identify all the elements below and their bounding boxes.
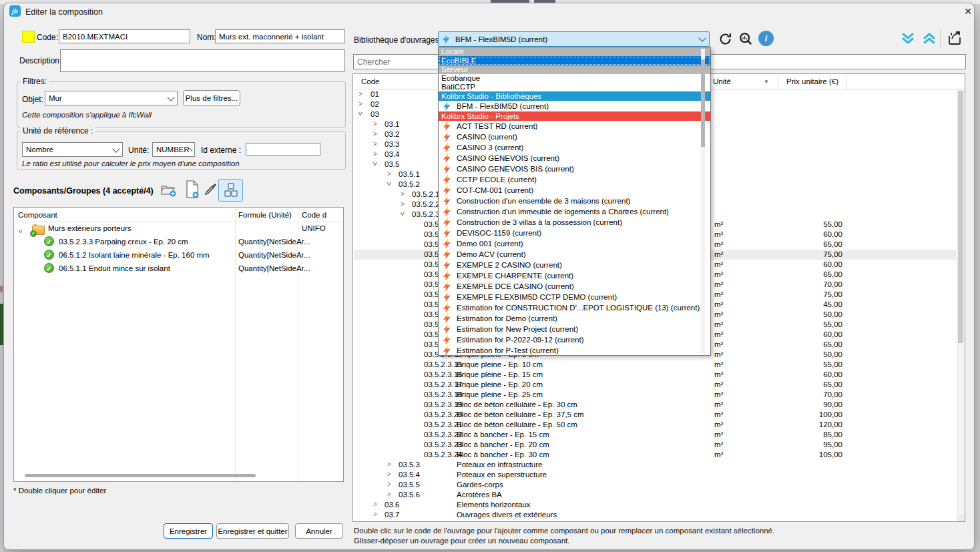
dropdown-item[interactable]: CASINO 3 (current) <box>439 142 710 153</box>
save-button[interactable]: Enregistrer <box>164 523 213 539</box>
chevron-right-icon[interactable]: > <box>373 120 377 127</box>
dropdown-item[interactable]: DEVISOC-1159 (current) <box>439 228 710 238</box>
tree-code[interactable]: 03.5.4 <box>399 471 420 479</box>
cancel-button[interactable]: Annuler <box>295 523 343 539</box>
tree-code[interactable]: 03.2 <box>385 130 399 138</box>
chevron-down-icon[interactable]: > <box>356 112 364 116</box>
chevron-right-icon[interactable]: > <box>401 200 405 208</box>
open-folder-add-button[interactable] <box>159 180 178 199</box>
exit-panel-button[interactable] <box>946 30 963 50</box>
tree-code[interactable]: 03.5.3 <box>399 461 420 469</box>
tree-row[interactable]: 03.5.2.3.17 Brique pleine - Ep. 20 cm m²… <box>354 380 956 390</box>
col-formule[interactable]: Formule (Unité) <box>238 211 292 219</box>
dropdown-item[interactable]: Demo 001 (current) <box>439 238 710 249</box>
tree-code[interactable]: 03.7 <box>385 511 399 519</box>
dropdown-item[interactable]: ACT TEST RD (current) <box>439 121 710 131</box>
chevron-right-icon[interactable]: > <box>387 461 391 468</box>
horizontal-scrollbar[interactable] <box>25 474 256 477</box>
collapse-all-button[interactable] <box>922 31 937 49</box>
tree-row[interactable]: 03.5.2.3.22 Bloc à bancher - Ep. 15 cm m… <box>354 430 956 440</box>
tree-code[interactable]: 03.5.1 <box>399 170 420 178</box>
tree-row[interactable]: 03.5.2.3.23 Bloc à bancher - Ep. 20 cm m… <box>354 440 956 450</box>
dropdown-item[interactable]: CASINO GENEVOIS (current) <box>439 153 710 164</box>
tree-code[interactable]: 03.4 <box>385 150 399 158</box>
dropdown-item[interactable]: Estimation for P-Test (current) <box>439 345 710 356</box>
chevron-right-icon[interactable]: > <box>358 90 362 97</box>
tree-code[interactable]: 03.1 <box>385 120 399 128</box>
tree-code[interactable]: 03 <box>371 110 379 118</box>
dropdown-item[interactable]: EcoBIBLE <box>439 56 710 65</box>
tree-row[interactable]: 03.5.2.3.18 Brique pleine - Ep. 25 cm m²… <box>354 390 956 400</box>
tree-row[interactable]: > 03.5.5 Gardes-corps <box>354 480 956 490</box>
refresh-button[interactable] <box>717 31 734 47</box>
dropdown-item[interactable]: CASINO GENEVOIS BIS (current) <box>439 164 710 174</box>
composant-row[interactable]: ✓ 06.5.1.2 Isolant laine minérale - Ep. … <box>13 248 344 262</box>
tree-code[interactable]: 03.3 <box>385 140 399 148</box>
chevron-right-icon[interactable]: > <box>373 521 377 522</box>
tree-code[interactable]: 03.8 <box>385 521 399 522</box>
dropdown-item[interactable]: Kolibrx Studio - Bibliothèques <box>439 91 710 101</box>
tree-row[interactable]: 03.5.2.3.15 Brique pleine - Ep. 10 cm m²… <box>354 360 956 370</box>
cubes-view-button[interactable] <box>218 179 243 202</box>
chevron-right-icon[interactable]: > <box>387 481 391 488</box>
tree-code[interactable]: 02 <box>371 100 379 108</box>
tree-row[interactable]: > 03.7 Ouvrages divers et extérieurs <box>354 510 956 520</box>
color-swatch[interactable] <box>22 31 35 43</box>
new-document-add-button[interactable] <box>184 180 201 200</box>
composant-row[interactable]: ✓ 06.5.1.1 Enduit mince sur isolant Quan… <box>13 262 344 275</box>
tree-row[interactable]: 03.5.2.3.20 Bloc de béton cellulaire - E… <box>354 410 956 420</box>
dropdown-item[interactable]: EXEMPLE DCE CASINO (current) <box>439 281 710 292</box>
dropdown-item[interactable]: EXEMPLE CHARPENTE (current) <box>439 270 710 281</box>
col-composant[interactable]: Composant <box>18 211 57 219</box>
eyedropper-button[interactable] <box>203 182 218 199</box>
tree-row[interactable]: 03.5.2.3.16 Brique pleine - Ep. 15 cm m²… <box>354 370 956 380</box>
code-input[interactable] <box>59 29 190 43</box>
tree-code[interactable]: 03.5.2.2 <box>412 200 440 208</box>
tree-row[interactable]: 03.5.2.3.19 Bloc de béton cellulaire - E… <box>354 400 956 410</box>
dropdown-item[interactable]: Estimation for Demo (current) <box>439 313 710 324</box>
dropdown-item[interactable]: BatiCCTP <box>439 83 710 91</box>
dropdown-item[interactable]: Construction d'un ensemble de 3 maisons … <box>439 196 710 206</box>
tree-row[interactable]: > 03.5.6 Acrotères BA <box>354 490 956 500</box>
chevron-right-icon[interactable]: > <box>373 511 377 518</box>
chevron-right-icon[interactable]: > <box>373 130 377 137</box>
vertical-scrollbar-thumb[interactable] <box>958 91 963 343</box>
chevron-down-icon[interactable]: > <box>385 182 393 186</box>
dropdown-item[interactable]: Construction de 3 villas à la possession… <box>439 217 710 228</box>
search-icon-button[interactable] <box>737 30 754 47</box>
dropdown-scrollbar-thumb[interactable] <box>701 59 705 147</box>
dropdown-item[interactable]: COT-CM-001 (current) <box>439 185 710 196</box>
tree-row[interactable]: > 03.5.3 Poteaux en infrastructure <box>354 460 956 470</box>
tree-row[interactable]: 03.5.2.3.24 Bloc à bancher - Ep. 30 cm m… <box>354 450 956 460</box>
dropdown-item[interactable]: Ecobanque <box>439 74 710 83</box>
dropdown-item[interactable]: CCTP ECOLE (current) <box>439 174 710 185</box>
chevron-right-icon[interactable]: > <box>401 190 405 198</box>
chevron-right-icon[interactable]: > <box>387 170 391 178</box>
dropdown-item[interactable]: Estimation for P-2022-09-12 (current) <box>439 334 710 345</box>
tree-code[interactable]: 03.5.5 <box>399 481 420 489</box>
tree-code[interactable]: 03.5.6 <box>399 491 420 499</box>
chevron-right-icon[interactable]: > <box>373 501 377 508</box>
save-quit-button[interactable]: Enregistrer et quitter <box>216 523 289 539</box>
dropdown-item[interactable]: Serveur <box>439 65 710 74</box>
dropdown-item[interactable]: EXEMPLE 2 CASINO (current) <box>439 260 710 270</box>
dropdown-item[interactable]: Démo ACV (current) <box>439 249 710 260</box>
chevron-down-icon[interactable]: > <box>371 162 379 166</box>
chevron-right-icon[interactable]: > <box>373 150 377 158</box>
col-code[interactable]: Code d <box>302 211 326 219</box>
chevron-down-icon[interactable]: > <box>399 212 406 216</box>
id-externe-input[interactable] <box>246 143 320 156</box>
tree-row[interactable]: > 03.8 <box>354 520 956 522</box>
composant-row[interactable]: ✓ 03.5.2.3.3 Parpaing creux - Ep. 20 cm … <box>13 235 344 248</box>
info-icon[interactable]: i <box>758 31 774 46</box>
tree-row[interactable]: > 03.5.4 Poteaux en superstructure <box>354 470 956 480</box>
dropdown-item[interactable]: Estimation for CONSTRUCTION D'...EPOT LO… <box>439 302 710 313</box>
chevron-right-icon[interactable]: > <box>373 140 377 148</box>
reference-select[interactable]: Nombre <box>22 142 123 157</box>
chevron-right-icon[interactable]: > <box>387 491 391 498</box>
tree-code[interactable]: 03.6 <box>385 501 399 509</box>
dropdown-item[interactable]: CASINO (current) <box>439 131 710 142</box>
tree-code[interactable]: 03.5 <box>385 160 399 168</box>
more-filters-button[interactable]: Plus de filtres... <box>183 90 240 106</box>
dropdown-item[interactable]: EXEMPLE FLEXBIM5D CCTP DEMO (current) <box>439 292 710 302</box>
